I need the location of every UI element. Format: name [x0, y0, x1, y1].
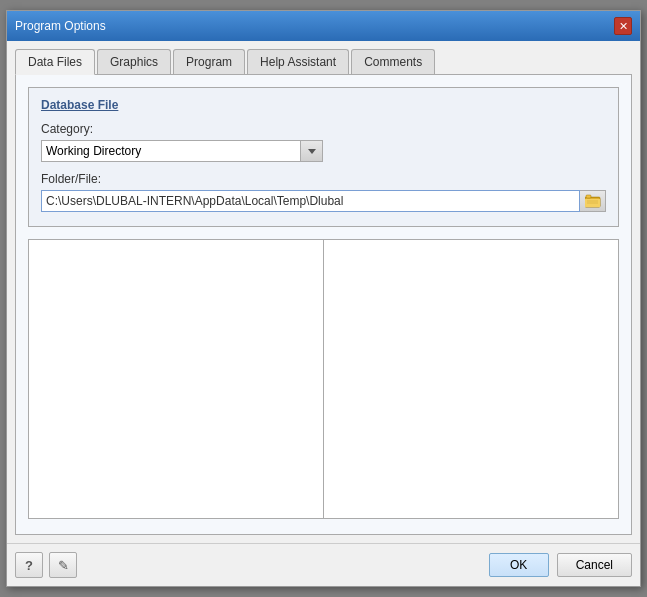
help-button[interactable]: ? [15, 552, 43, 578]
category-row [41, 140, 606, 162]
tab-help-assistant[interactable]: Help Assistant [247, 49, 349, 74]
right-panel[interactable] [324, 240, 618, 518]
close-button[interactable]: ✕ [614, 17, 632, 35]
category-label: Category: [41, 122, 606, 136]
chevron-down-icon [308, 149, 316, 154]
tab-bar: Data Files Graphics Program Help Assista… [15, 49, 632, 75]
window-content: Data Files Graphics Program Help Assista… [7, 41, 640, 543]
title-bar: Program Options ✕ [7, 11, 640, 41]
database-file-section: Database File Category: Folder/File: [28, 87, 619, 227]
section-label: Database File [41, 98, 606, 112]
browse-button[interactable] [580, 190, 606, 212]
tab-program[interactable]: Program [173, 49, 245, 74]
tab-graphics[interactable]: Graphics [97, 49, 171, 74]
tab-comments[interactable]: Comments [351, 49, 435, 74]
folder-label: Folder/File: [41, 172, 606, 186]
folder-icon [585, 194, 601, 208]
svg-rect-2 [586, 195, 591, 198]
left-panel[interactable] [29, 240, 324, 518]
bottom-left-buttons: ? ✎ [15, 552, 77, 578]
folder-row [41, 190, 606, 212]
tab-data-files[interactable]: Data Files [15, 49, 95, 75]
category-dropdown-button[interactable] [301, 140, 323, 162]
category-dropdown[interactable] [41, 140, 301, 162]
edit-button[interactable]: ✎ [49, 552, 77, 578]
program-options-window: Program Options ✕ Data Files Graphics Pr… [6, 10, 641, 587]
bottom-right-buttons: OK Cancel [489, 553, 632, 577]
ok-button[interactable]: OK [489, 553, 549, 577]
bottom-bar: ? ✎ OK Cancel [7, 543, 640, 586]
window-title: Program Options [15, 19, 106, 33]
edit-icon: ✎ [58, 558, 69, 573]
help-icon: ? [25, 558, 33, 573]
cancel-button[interactable]: Cancel [557, 553, 632, 577]
file-browser-panels [28, 239, 619, 519]
tab-content: Database File Category: Folder/File: [15, 75, 632, 535]
folder-input[interactable] [41, 190, 580, 212]
